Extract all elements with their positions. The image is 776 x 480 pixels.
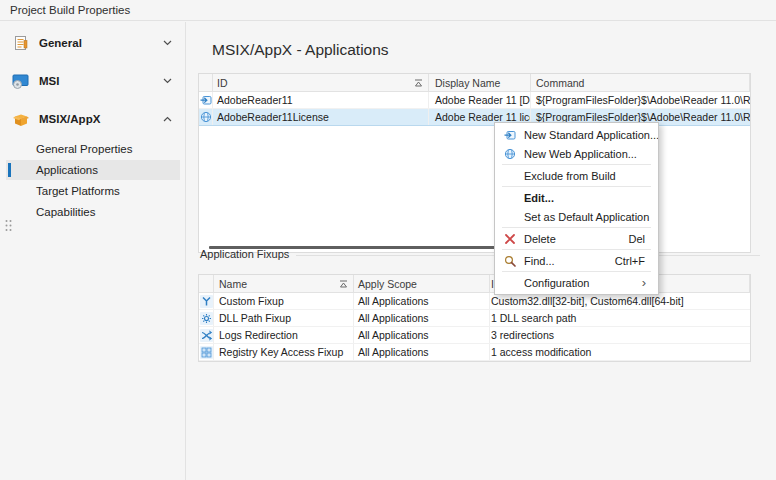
- cell-command: ${ProgramFilesFolder}$\Adobe\Reader 11.0…: [531, 92, 750, 108]
- web-app-icon: [199, 109, 213, 125]
- selection-accent-bar: [8, 163, 11, 177]
- sidebar-subitem-label: Capabilities: [36, 206, 95, 218]
- applications-table-header: ID Display Name Command: [199, 74, 750, 92]
- cell-display-name: Adobe Reader 11 [Default]: [429, 92, 531, 108]
- fixups-table-header: Name Apply Scope Information: [199, 275, 750, 293]
- application-row-adobereader11[interactable]: AdobeReader11 Adobe Reader 11 [Default] …: [199, 92, 750, 109]
- standard-app-icon: [495, 129, 524, 141]
- cell-id: AdobeReader11: [213, 92, 429, 108]
- cell-information: 1 DLL search path: [490, 310, 750, 326]
- sidebar-item-msix-appx[interactable]: MSIX/AppX: [0, 108, 185, 130]
- sidebar-subitem-label: General Properties: [36, 143, 133, 155]
- sidebar-item-msi[interactable]: MSI: [0, 70, 185, 92]
- header-apply-scope-column[interactable]: Apply Scope: [354, 275, 490, 292]
- cell-fixup-name: Registry Key Access Fixup: [214, 344, 354, 360]
- header-name-column[interactable]: Name: [214, 275, 354, 292]
- window-title-bar: Project Build Properties: [0, 0, 776, 21]
- sort-ascending-icon: [339, 280, 348, 288]
- menu-item-find[interactable]: Find... Ctrl+F: [495, 251, 658, 270]
- sidebar-item-capabilities[interactable]: Capabilities: [6, 202, 180, 222]
- menu-item-new-web-application[interactable]: New Web Application...: [495, 144, 658, 163]
- menu-shortcut: Ctrl+F: [615, 255, 658, 267]
- cell-apply-scope: All Applications: [354, 293, 490, 309]
- standard-app-icon: [199, 92, 213, 108]
- sidebar-item-label: MSI: [39, 75, 59, 87]
- fixups-group-label: Application Fixups: [200, 248, 289, 260]
- menu-item-edit[interactable]: Edit...: [495, 188, 658, 207]
- application-fixups-table: Name Apply Scope Information: [198, 274, 751, 362]
- sort-ascending-icon: [414, 79, 423, 87]
- header-command-column[interactable]: Command: [531, 74, 750, 91]
- menu-separator: [502, 164, 651, 165]
- sidebar-item-target-platforms[interactable]: Target Platforms: [6, 181, 180, 201]
- registry-grid-icon: [200, 346, 213, 359]
- page-title: Project Build Properties: [10, 4, 130, 16]
- fixup-row-logs-redirection[interactable]: Logs Redirection All Applications 3 redi…: [199, 327, 750, 344]
- submenu-arrow-icon: ›: [642, 276, 658, 289]
- sidebar: General MSI: [0, 22, 186, 480]
- menu-shortcut: Del: [628, 233, 658, 245]
- project-build-properties-window: Project Build Properties General: [0, 0, 776, 480]
- sidebar-item-general[interactable]: General: [0, 32, 185, 54]
- cell-apply-scope: All Applications: [354, 310, 490, 326]
- document-icon: [12, 34, 30, 52]
- package-box-icon: [12, 110, 30, 128]
- header-icon-column[interactable]: [199, 275, 214, 292]
- cell-id: AdobeReader11License: [213, 109, 429, 125]
- sidebar-subitem-label: Applications: [36, 164, 98, 176]
- drag-grip-icon[interactable]: [4, 218, 13, 236]
- cell-fixup-name: Logs Redirection: [214, 327, 354, 343]
- menu-separator: [502, 249, 651, 250]
- menu-item-set-as-default-application[interactable]: Set as Default Application: [495, 207, 658, 226]
- fixup-row-dll-path-fixup[interactable]: DLL Path Fixup All Applications 1 DLL se…: [199, 310, 750, 327]
- sidebar-subitem-label: Target Platforms: [36, 185, 120, 197]
- header-icon-column[interactable]: [199, 74, 213, 91]
- sidebar-item-label: General: [39, 37, 82, 49]
- menu-separator: [502, 186, 651, 187]
- applications-table: ID Display Name Command: [198, 73, 751, 253]
- sidebar-item-applications[interactable]: Applications: [6, 160, 180, 180]
- cell-fixup-name: Custom Fixup: [214, 293, 354, 309]
- cell-apply-scope: All Applications: [354, 344, 490, 360]
- cell-apply-scope: All Applications: [354, 327, 490, 343]
- fixup-row-registry-key-access[interactable]: Registry Key Access Fixup All Applicatio…: [199, 344, 750, 361]
- menu-item-delete[interactable]: Delete Del: [495, 229, 658, 248]
- context-menu: New Standard Application... New Web Appl…: [494, 122, 659, 295]
- menu-item-configuration[interactable]: Configuration ›: [495, 273, 658, 292]
- sidebar-item-label: MSIX/AppX: [39, 113, 100, 125]
- cell-fixup-name: DLL Path Fixup: [214, 310, 354, 326]
- msi-disc-icon: [12, 72, 30, 90]
- chevron-up-icon[interactable]: [163, 116, 172, 122]
- chevron-down-icon[interactable]: [163, 78, 172, 84]
- header-id-column[interactable]: ID: [213, 74, 429, 91]
- application-row-adobereader11license[interactable]: AdobeReader11License Adobe Reader 11 lic…: [199, 109, 750, 126]
- menu-item-exclude-from-build[interactable]: Exclude from Build: [495, 166, 658, 185]
- menu-item-new-standard-application[interactable]: New Standard Application...: [495, 125, 658, 144]
- menu-separator: [502, 271, 651, 272]
- custom-fixup-icon: [200, 295, 213, 308]
- gear-icon: [200, 312, 213, 325]
- web-app-icon: [495, 148, 524, 160]
- menu-separator: [502, 227, 651, 228]
- cell-information: 1 access modification: [490, 344, 750, 360]
- search-icon: [495, 255, 524, 267]
- redirect-arrows-icon: [200, 329, 213, 342]
- header-display-name-column[interactable]: Display Name: [429, 74, 531, 91]
- delete-x-icon: [495, 233, 524, 245]
- fixup-row-custom-fixup[interactable]: Custom Fixup All Applications Custom32.d…: [199, 293, 750, 310]
- cell-information: Custom32.dll[32-bit], Custom64.dll[64-bi…: [490, 293, 750, 309]
- chevron-down-icon[interactable]: [163, 40, 172, 46]
- sidebar-item-general-properties[interactable]: General Properties: [6, 139, 180, 159]
- page-heading: MSIX/AppX - Applications: [212, 41, 389, 59]
- cell-information: 3 redirections: [490, 327, 750, 343]
